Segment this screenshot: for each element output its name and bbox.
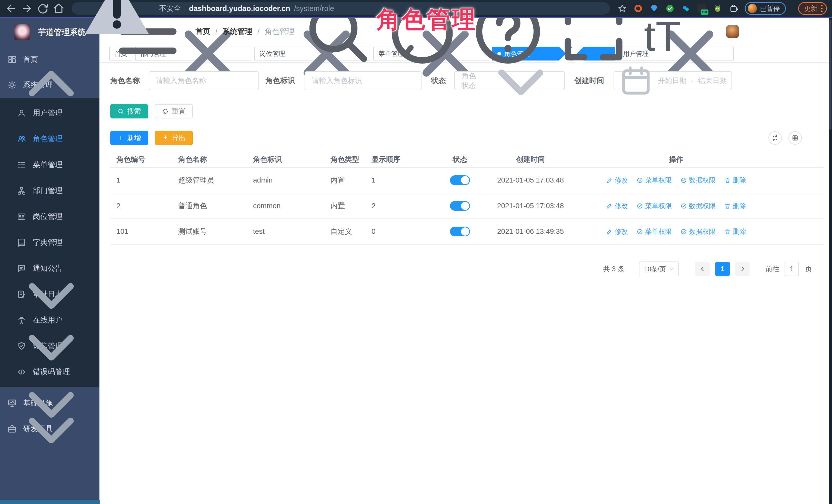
- delete-link[interactable]: 删除: [724, 227, 746, 236]
- back-icon[interactable]: [5, 3, 17, 15]
- user-avatar[interactable]: [726, 25, 739, 38]
- search-icon: [118, 108, 124, 114]
- menu-permission-link[interactable]: 菜单权限: [636, 227, 672, 236]
- breadcrumb-separator: /: [257, 27, 259, 36]
- delete-link[interactable]: 删除: [724, 176, 746, 185]
- profile-paused-pill[interactable]: 已暂停: [745, 2, 786, 15]
- sidebar: 芋道管理系统 首页 系统管理 用户管理 角色管理 菜单管理: [0, 18, 100, 504]
- browser-update-button[interactable]: 更新: [798, 2, 827, 15]
- extension-gem-icon[interactable]: [649, 4, 659, 13]
- goto-label: 前往: [765, 264, 779, 273]
- extension-drops-icon[interactable]: [681, 4, 691, 13]
- reload-icon[interactable]: [37, 3, 49, 15]
- chevron-left-icon: [699, 266, 706, 272]
- export-button[interactable]: 导出: [155, 131, 193, 145]
- table-toolbar: 新增 导出: [110, 131, 829, 145]
- plus-icon: [118, 135, 124, 141]
- warning-icon: [78, 0, 155, 47]
- status-toggle[interactable]: [450, 201, 470, 211]
- edit-link[interactable]: 修改: [606, 202, 628, 210]
- org-tree-icon: [17, 186, 26, 195]
- sidebar-submenu-system: 用户管理 角色管理 菜单管理 部门管理 岗位管理 字典管理: [0, 98, 100, 387]
- filter-form: 角色名称 角色标识 状态 角色状态 创建时间 开始日期 - 结束日期: [110, 71, 829, 90]
- sidebar-item-system[interactable]: 系统管理: [0, 72, 100, 98]
- browser-extensions: on 已暂停 更新: [618, 2, 827, 15]
- prev-page-button[interactable]: [695, 262, 710, 276]
- refresh-table-button[interactable]: [769, 131, 782, 144]
- calendar-icon: [619, 63, 653, 98]
- status-toggle[interactable]: [450, 227, 470, 236]
- page-number-1[interactable]: 1: [716, 262, 730, 276]
- sidebar-scrollbar[interactable]: [99, 18, 100, 504]
- logo-image: [15, 24, 30, 40]
- extension-puzzle-icon[interactable]: [729, 4, 738, 13]
- data-permission-link[interactable]: 数据权限: [680, 176, 716, 185]
- breadcrumb-system[interactable]: 系统管理: [223, 26, 252, 37]
- sidebar-item-dict[interactable]: 字典管理: [0, 230, 100, 255]
- bookmark-star-icon[interactable]: [618, 4, 627, 13]
- security-label[interactable]: 不安全: [159, 4, 181, 13]
- create-time-label: 创建时间: [574, 76, 604, 86]
- scrollbar-thumb[interactable]: [829, 20, 831, 130]
- home-icon[interactable]: [53, 3, 64, 15]
- sidebar-item-roles[interactable]: 角色管理: [0, 126, 100, 152]
- url-host[interactable]: dashboard.yudao.iocoder.cn: [189, 4, 290, 13]
- extension-on-badge: on: [701, 9, 708, 15]
- chevron-down-icon: [482, 42, 559, 119]
- date-range-picker[interactable]: 开始日期 - 结束日期: [614, 71, 732, 90]
- badge-icon: [17, 212, 26, 221]
- extension-android-icon[interactable]: [713, 4, 722, 13]
- page-scrollbar[interactable]: [829, 18, 832, 504]
- next-page-button[interactable]: [735, 262, 750, 276]
- columns-grid-button[interactable]: [788, 131, 802, 144]
- extension-check-icon[interactable]: [665, 4, 675, 13]
- main-area: 首页 / 系统管理 / 角色管理 tT 首页 部门管理: [100, 18, 829, 504]
- columns-grid-icon: [792, 135, 799, 141]
- breadcrumb-home[interactable]: 首页: [196, 26, 210, 37]
- url-divider: [185, 5, 185, 12]
- table-row: 1 超级管理员 admin 内置 1 2021-01-05 17:03:48 修…: [110, 168, 824, 193]
- range-separator: -: [691, 77, 694, 85]
- sidebar-item-sms[interactable]: 短信管理: [0, 333, 100, 359]
- sidebar-item-users[interactable]: 用户管理: [0, 100, 100, 126]
- address-bar[interactable]: 不安全 dashboard.yudao.iocoder.cn /system/r…: [72, 2, 610, 15]
- edit-icon: [606, 229, 613, 235]
- menu-permission-link[interactable]: 菜单权限: [636, 202, 672, 210]
- menu-list-icon: [17, 160, 26, 169]
- extension-target-icon[interactable]: [633, 4, 643, 13]
- status-toggle[interactable]: [450, 175, 470, 185]
- circle-check-icon: [636, 229, 643, 235]
- paused-badge: 已暂停: [760, 4, 780, 13]
- edit-link[interactable]: 修改: [606, 176, 628, 185]
- edit-icon: [606, 177, 613, 184]
- browser-profile-avatar: [748, 4, 757, 13]
- search-button[interactable]: 搜索: [110, 104, 148, 118]
- chevron-right-icon: [739, 266, 746, 272]
- breadcrumb-current: 角色管理: [265, 26, 294, 37]
- menu-permission-link[interactable]: 菜单权限: [636, 176, 672, 185]
- data-permission-link[interactable]: 数据权限: [680, 202, 716, 210]
- svg-text:tT: tT: [644, 13, 681, 59]
- role-key-input[interactable]: [305, 71, 421, 90]
- sidebar-item-departments[interactable]: 部门管理: [0, 178, 100, 204]
- delete-link[interactable]: 删除: [724, 202, 746, 210]
- sidebar-item-positions[interactable]: 岗位管理: [0, 204, 100, 230]
- role-name-input[interactable]: [149, 71, 259, 90]
- add-button[interactable]: 新增: [110, 131, 148, 145]
- reset-button[interactable]: 重置: [155, 104, 193, 118]
- circle-check-icon: [680, 203, 687, 209]
- goto-page-input[interactable]: [785, 262, 799, 276]
- sidebar-item-devtools[interactable]: 研发工具: [0, 416, 100, 442]
- sidebar-bottom-bar: [0, 500, 100, 504]
- sidebar-item-audit-log[interactable]: 审计日志: [0, 281, 100, 307]
- status-select[interactable]: 角色状态: [454, 71, 565, 90]
- kebab-menu-icon[interactable]: [821, 5, 823, 12]
- url-path[interactable]: /system/role: [294, 4, 334, 13]
- forward-icon[interactable]: [21, 3, 33, 15]
- book-icon: [17, 238, 26, 247]
- extension-on-icon[interactable]: on: [697, 4, 706, 13]
- data-permission-link[interactable]: 数据权限: [680, 227, 716, 236]
- sidebar-item-menus[interactable]: 菜单管理: [0, 152, 100, 178]
- page-size-select[interactable]: 10条/页: [639, 262, 679, 276]
- edit-link[interactable]: 修改: [606, 227, 628, 236]
